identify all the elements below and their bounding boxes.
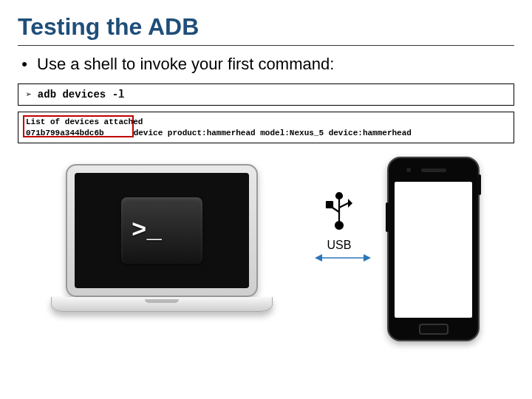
laptop-lid: >_ bbox=[66, 164, 258, 297]
device-details: device product:hammerhead model:Nexus_5 … bbox=[134, 129, 412, 137]
output-header: List of devices attached bbox=[26, 117, 506, 128]
command-text: adb devices -l bbox=[38, 89, 125, 100]
laptop-screen: >_ bbox=[75, 173, 249, 288]
slide-body: • Use a shell to invoke your first comma… bbox=[0, 53, 532, 143]
laptop-base bbox=[51, 297, 273, 312]
command-box: ➢ adb devices -l bbox=[18, 83, 514, 106]
svg-marker-7 bbox=[364, 254, 371, 262]
phone-volume-button bbox=[386, 202, 389, 232]
bullet-marker: • bbox=[18, 53, 31, 76]
usb-label: USB bbox=[317, 239, 361, 252]
phone-camera bbox=[406, 168, 411, 172]
phone-power-button bbox=[478, 174, 481, 195]
device-serial: 071b799a344bdc6b bbox=[26, 129, 104, 137]
connection-diagram: >_ USB bbox=[18, 157, 514, 378]
svg-point-0 bbox=[336, 193, 342, 199]
svg-point-2 bbox=[335, 222, 343, 229]
terminal-icon: >_ bbox=[121, 197, 202, 264]
usb-icon bbox=[323, 190, 355, 231]
title-underline bbox=[18, 45, 514, 46]
phone-speaker bbox=[421, 168, 446, 172]
terminal-glyph: >_ bbox=[132, 216, 162, 245]
svg-rect-3 bbox=[327, 202, 332, 208]
output-device-line: 071b799a344bdc6bdevice product:hammerhea… bbox=[26, 128, 506, 139]
bullet-item: • Use a shell to invoke your first comma… bbox=[18, 53, 514, 76]
phone-screen bbox=[395, 182, 472, 318]
laptop-illustration: >_ bbox=[66, 164, 258, 312]
svg-marker-6 bbox=[315, 254, 322, 262]
phone-illustration bbox=[387, 157, 480, 341]
double-arrow-icon bbox=[315, 253, 371, 263]
output-box: List of devices attached 071b799a344bdc6… bbox=[18, 112, 514, 144]
prompt-arrow-icon: ➢ bbox=[26, 89, 32, 100]
svg-marker-4 bbox=[348, 199, 352, 208]
slide-title: Testing the ADB bbox=[0, 0, 532, 45]
usb-block: USB bbox=[317, 190, 361, 252]
phone-home-button bbox=[419, 324, 449, 335]
bullet-text: Use a shell to invoke your first command… bbox=[37, 53, 334, 75]
